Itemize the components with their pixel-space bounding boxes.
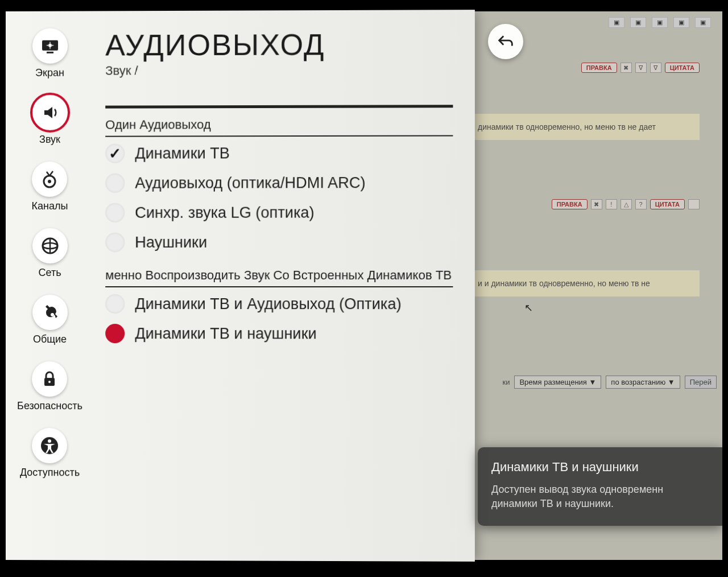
- sidebar-item-channels[interactable]: Каналы: [32, 162, 68, 212]
- option-tv-speakers[interactable]: Динамики ТВ: [105, 143, 453, 163]
- back-arrow-icon: [496, 32, 515, 51]
- option-list-single: Динамики ТВ Аудиовыход (оптика/HDMI ARC)…: [105, 143, 453, 252]
- tooltip-body: Доступен вывод звука одновременн динамик…: [491, 483, 709, 511]
- bg-quote-pill: ЦИТАТА: [665, 63, 700, 73]
- general-icon: [32, 295, 68, 330]
- sidebar-item-accessibility[interactable]: Доступность: [20, 428, 80, 479]
- bg-quote-text-2: и и динамики тв одновременно, но меню тв…: [472, 270, 700, 296]
- bg-edit-pill-2: ПРАВКА: [552, 199, 588, 209]
- bg-tabbar: ▣▣▣▣▣: [609, 17, 711, 28]
- bg-edit-pill: ПРАВКА: [581, 63, 617, 73]
- group-header-simultaneous: менно Воспроизводить Звук Со Встроенных …: [105, 268, 453, 287]
- settings-overlay: Экран Звук Каналы Сеть: [6, 10, 475, 562]
- option-label: Аудиовыход (оптика/HDMI ARC): [135, 174, 365, 192]
- option-list-simultaneous: Динамики ТВ и Аудиовыход (Оптика) Динами…: [105, 294, 453, 344]
- radio-checked-icon: [105, 144, 125, 163]
- accessibility-icon: [32, 428, 67, 463]
- option-tv-and-optical[interactable]: Динамики ТВ и Аудиовыход (Оптика): [105, 294, 453, 314]
- svg-point-4: [48, 180, 52, 183]
- sidebar-item-label: Каналы: [32, 200, 68, 212]
- option-label: Наушники: [135, 233, 207, 251]
- radio-icon: [105, 294, 125, 314]
- bg-select-time: Время размещения ▼: [514, 376, 601, 389]
- bg-quote-text-1: динамики тв одновременно, но меню тв не …: [472, 114, 700, 140]
- bg-sort-row: ки Время размещения ▼ по возрастанию ▼ П…: [502, 376, 717, 389]
- option-label: Динамики ТВ: [135, 145, 230, 162]
- settings-sidebar: Экран Звук Каналы Сеть: [6, 11, 94, 560]
- bg-go-button: Перей: [685, 376, 717, 389]
- svg-rect-1: [47, 52, 53, 53]
- sound-icon: [32, 95, 68, 130]
- svg-point-9: [49, 381, 51, 383]
- back-button[interactable]: [488, 24, 523, 59]
- sidebar-item-security[interactable]: Безопасность: [17, 361, 82, 412]
- radio-icon: [105, 174, 125, 193]
- page-title: АУДИОВЫХОД: [105, 27, 453, 62]
- sidebar-item-sound[interactable]: Звук: [32, 95, 68, 146]
- bg-quote-pill-2: ЦИТАТА: [650, 199, 685, 209]
- sidebar-item-label: Экран: [35, 67, 64, 79]
- group-header-single: Один Аудиовыход: [105, 117, 453, 137]
- screen-icon: [32, 28, 68, 64]
- svg-point-2: [48, 44, 52, 47]
- radio-icon: [105, 203, 125, 222]
- option-optical-hdmi-arc[interactable]: Аудиовыход (оптика/HDMI ARC): [105, 173, 453, 193]
- bg-action-row-2: ПРАВКА ✖!△? ЦИТАТА: [552, 199, 700, 209]
- mouse-cursor: ↖: [524, 302, 533, 314]
- bg-action-row-1: ПРАВКА ✖∇∇ ЦИТАТА: [581, 63, 700, 73]
- sidebar-item-label: Звук: [39, 134, 60, 146]
- sidebar-item-general[interactable]: Общие: [32, 295, 68, 345]
- network-icon: [32, 228, 68, 263]
- radio-selected-icon: [105, 324, 125, 343]
- sidebar-item-network[interactable]: Сеть: [32, 228, 68, 279]
- channels-icon: [32, 162, 67, 197]
- svg-point-11: [48, 439, 52, 443]
- option-label: Динамики ТВ и наушники: [135, 325, 316, 343]
- help-tooltip: Динамики ТВ и наушники Доступен вывод зв…: [478, 447, 722, 526]
- option-tv-and-headphones[interactable]: Динамики ТВ и наушники: [105, 324, 453, 343]
- radio-icon: [105, 233, 125, 252]
- svg-point-7: [51, 313, 54, 316]
- sidebar-item-screen[interactable]: Экран: [32, 28, 68, 79]
- lock-icon: [32, 361, 67, 397]
- option-label: Динамики ТВ и Аудиовыход (Оптика): [135, 295, 401, 313]
- option-label: Синхр. звука LG (оптика): [135, 204, 314, 221]
- option-headphones[interactable]: Наушники: [105, 232, 453, 252]
- bg-select-order: по возрастанию ▼: [606, 376, 680, 389]
- settings-main-panel: АУДИОВЫХОД Звук / Один Аудиовыход Динами…: [94, 10, 475, 562]
- sidebar-item-label: Безопасность: [17, 400, 82, 412]
- breadcrumb: Звук /: [105, 63, 453, 79]
- sidebar-item-label: Сеть: [38, 267, 61, 279]
- sidebar-item-label: Доступность: [20, 467, 80, 479]
- option-lg-sound-sync[interactable]: Синхр. звука LG (оптика): [105, 203, 453, 222]
- tooltip-title: Динамики ТВ и наушники: [491, 460, 709, 475]
- divider: [105, 105, 453, 108]
- sidebar-item-label: Общие: [33, 333, 67, 345]
